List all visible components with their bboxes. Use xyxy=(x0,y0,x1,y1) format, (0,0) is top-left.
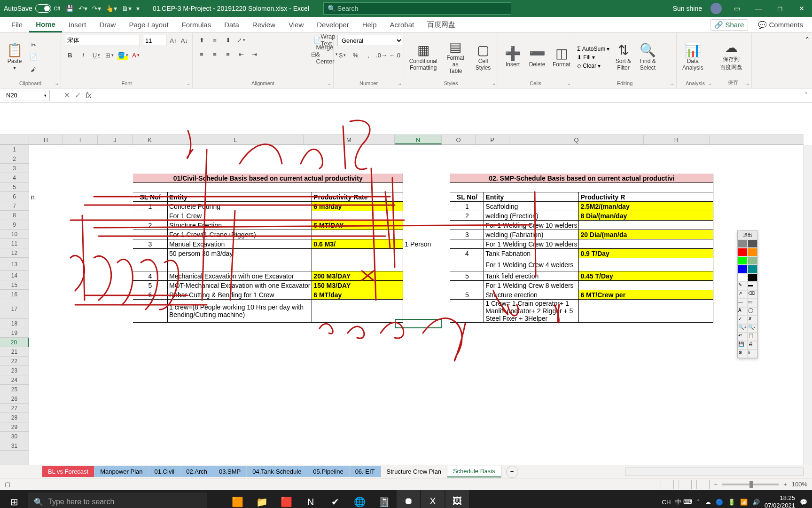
cell[interactable] xyxy=(30,300,133,323)
cell[interactable]: 8 Dia/(man/day xyxy=(579,211,713,221)
cell[interactable] xyxy=(30,258,133,271)
cell[interactable]: For 1 Welding Crew 4 welders xyxy=(484,258,579,271)
cell[interactable] xyxy=(450,389,484,398)
cell[interactable]: Productivity Rate xyxy=(312,192,403,202)
cell[interactable] xyxy=(98,323,133,332)
row-header[interactable]: 3 xyxy=(0,164,29,173)
cell[interactable] xyxy=(133,155,168,164)
cell[interactable] xyxy=(450,445,484,454)
col-header[interactable]: R xyxy=(644,135,710,144)
tray-bluetooth-icon[interactable]: 🔵 xyxy=(716,499,723,506)
tab-acrobat[interactable]: Acrobat xyxy=(383,17,421,32)
row-header[interactable]: 8 xyxy=(0,211,29,220)
sheet-tab[interactable]: BL vs Forecast xyxy=(42,466,94,477)
cell[interactable] xyxy=(579,417,713,426)
cell[interactable] xyxy=(133,379,168,389)
cell[interactable]: 1 xyxy=(450,202,484,211)
cell[interactable]: Structure erection xyxy=(484,290,579,300)
cell[interactable] xyxy=(98,332,133,341)
cell[interactable]: 01/Civil-Schedule Basis based on current… xyxy=(133,174,403,183)
checkmark-tool-icon[interactable]: ✓ xyxy=(738,316,748,324)
cell[interactable]: Mechanical Excavation with one Excavator xyxy=(168,271,312,281)
collapse-ribbon-icon[interactable]: ˄ xyxy=(805,36,809,44)
sheet-tab[interactable]: 04.Tank-Schedule xyxy=(247,466,307,477)
cell[interactable] xyxy=(133,370,168,379)
cell[interactable] xyxy=(403,281,450,290)
cell[interactable] xyxy=(30,239,133,249)
tray-onedrive-icon[interactable]: ☁ xyxy=(705,499,711,506)
cell[interactable] xyxy=(98,360,133,370)
align-top-icon[interactable]: ⬆ xyxy=(196,35,207,45)
cell[interactable] xyxy=(168,417,312,426)
cell[interactable] xyxy=(450,155,484,164)
cell[interactable] xyxy=(168,164,312,174)
expand-formula-bar-icon[interactable]: ˅ xyxy=(801,91,812,100)
cell[interactable] xyxy=(579,221,713,230)
cell[interactable]: 1 Person xyxy=(403,239,450,249)
cell[interactable] xyxy=(30,445,63,454)
cell[interactable] xyxy=(450,426,484,436)
cell[interactable] xyxy=(312,426,403,436)
taskbar-app-gimp[interactable]: 🖼 xyxy=(445,490,469,508)
cell[interactable] xyxy=(713,183,779,192)
cell[interactable]: 5 xyxy=(133,281,168,290)
cell[interactable] xyxy=(403,174,450,183)
align-left-icon[interactable]: ≡ xyxy=(196,49,207,59)
enter-formula-icon[interactable]: ✓ xyxy=(75,91,81,100)
cell[interactable] xyxy=(63,417,98,426)
cell[interactable] xyxy=(30,174,133,183)
cell[interactable] xyxy=(450,332,484,341)
cell[interactable] xyxy=(579,379,713,389)
cell[interactable] xyxy=(98,155,133,164)
cell[interactable] xyxy=(63,370,98,379)
cell[interactable] xyxy=(133,183,403,192)
username[interactable]: Sun shine xyxy=(673,5,702,12)
cell[interactable] xyxy=(133,398,168,407)
cell[interactable] xyxy=(713,360,779,370)
cell[interactable] xyxy=(312,407,403,417)
tab-view[interactable]: View xyxy=(282,17,310,32)
cell[interactable] xyxy=(312,258,403,271)
tab-developer[interactable]: Developer xyxy=(310,17,355,32)
taskbar-app-chrome[interactable]: 🌐 xyxy=(348,490,371,508)
row-header[interactable]: 11 xyxy=(0,239,29,248)
cell[interactable] xyxy=(450,351,484,360)
vertical-scrollbar[interactable] xyxy=(804,145,812,465)
align-center-icon[interactable]: ≡ xyxy=(210,49,220,59)
borders-button[interactable]: ⊞ xyxy=(104,50,115,60)
cell[interactable] xyxy=(30,379,63,389)
cell[interactable] xyxy=(713,389,779,398)
fx-icon[interactable]: fx xyxy=(86,91,91,100)
cell[interactable]: 1 xyxy=(133,202,168,211)
cell[interactable]: 6 m3/day xyxy=(312,202,403,211)
orientation-icon[interactable]: ⤢ xyxy=(236,35,246,45)
cell[interactable] xyxy=(312,436,403,445)
row-header[interactable]: 1 xyxy=(0,145,29,154)
row-header[interactable]: 31 xyxy=(0,441,29,451)
increase-indent-icon[interactable]: ⇥ xyxy=(249,49,259,59)
cell[interactable] xyxy=(713,379,779,389)
cell[interactable] xyxy=(484,323,579,332)
sort-filter-button[interactable]: ⇅Sort & Filter xyxy=(612,43,634,72)
taskbar-search[interactable]: 🔍 Type here to search xyxy=(28,492,207,508)
cell[interactable] xyxy=(133,417,168,426)
cell[interactable] xyxy=(403,202,450,211)
cell[interactable] xyxy=(579,445,713,454)
zoom-in-button[interactable]: + xyxy=(783,481,787,488)
cell[interactable] xyxy=(450,341,484,351)
cell[interactable] xyxy=(63,183,98,192)
cell[interactable]: 6 MT/day xyxy=(312,290,403,300)
cell[interactable] xyxy=(63,436,98,445)
zoom-slider[interactable] xyxy=(722,484,779,485)
cell[interactable] xyxy=(312,230,403,239)
cell[interactable] xyxy=(403,417,450,426)
conditional-formatting-button[interactable]: ▦Conditional Formatting xyxy=(408,43,438,72)
tab-baidu[interactable]: 百度网盘 xyxy=(421,17,462,32)
taskbar-app-oracle[interactable]: 🟧 xyxy=(226,490,249,508)
row-header[interactable]: 12 xyxy=(0,248,29,258)
cell[interactable] xyxy=(98,183,133,192)
cell[interactable] xyxy=(484,370,579,379)
cell[interactable]: welding (Erection) xyxy=(484,211,579,221)
cell[interactable] xyxy=(312,398,403,407)
cell[interactable] xyxy=(312,360,403,370)
